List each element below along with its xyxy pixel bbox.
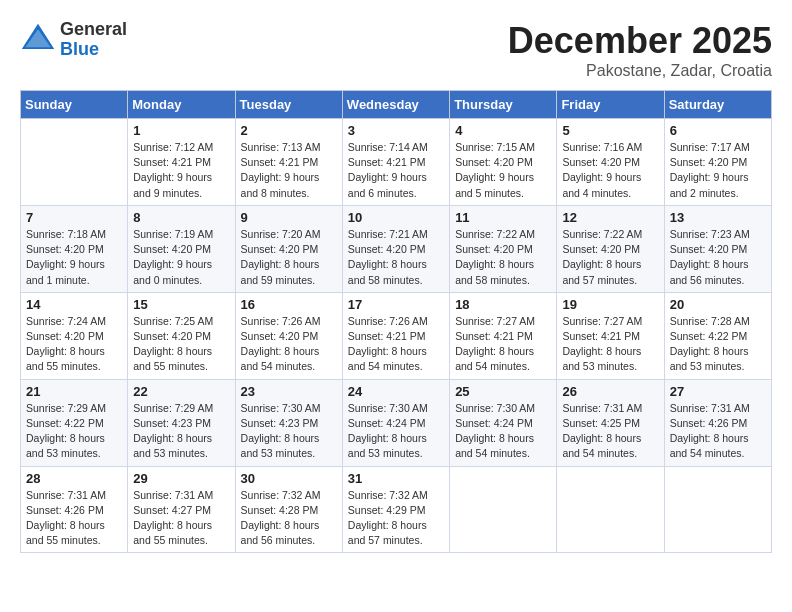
calendar-cell: 20Sunrise: 7:28 AMSunset: 4:22 PMDayligh… — [664, 292, 771, 379]
day-info: Sunrise: 7:32 AMSunset: 4:28 PMDaylight:… — [241, 488, 337, 549]
day-info: Sunrise: 7:19 AMSunset: 4:20 PMDaylight:… — [133, 227, 229, 288]
day-number: 16 — [241, 297, 337, 312]
calendar-cell: 17Sunrise: 7:26 AMSunset: 4:21 PMDayligh… — [342, 292, 449, 379]
calendar-cell: 3Sunrise: 7:14 AMSunset: 4:21 PMDaylight… — [342, 119, 449, 206]
calendar-cell: 8Sunrise: 7:19 AMSunset: 4:20 PMDaylight… — [128, 205, 235, 292]
calendar-table: SundayMondayTuesdayWednesdayThursdayFrid… — [20, 90, 772, 553]
day-info: Sunrise: 7:22 AMSunset: 4:20 PMDaylight:… — [562, 227, 658, 288]
calendar-cell: 9Sunrise: 7:20 AMSunset: 4:20 PMDaylight… — [235, 205, 342, 292]
calendar-cell: 6Sunrise: 7:17 AMSunset: 4:20 PMDaylight… — [664, 119, 771, 206]
day-info: Sunrise: 7:14 AMSunset: 4:21 PMDaylight:… — [348, 140, 444, 201]
day-info: Sunrise: 7:26 AMSunset: 4:21 PMDaylight:… — [348, 314, 444, 375]
calendar-cell — [21, 119, 128, 206]
day-info: Sunrise: 7:29 AMSunset: 4:23 PMDaylight:… — [133, 401, 229, 462]
day-number: 4 — [455, 123, 551, 138]
day-info: Sunrise: 7:27 AMSunset: 4:21 PMDaylight:… — [562, 314, 658, 375]
day-number: 26 — [562, 384, 658, 399]
calendar-cell: 5Sunrise: 7:16 AMSunset: 4:20 PMDaylight… — [557, 119, 664, 206]
day-info: Sunrise: 7:31 AMSunset: 4:26 PMDaylight:… — [26, 488, 122, 549]
calendar-body: 1Sunrise: 7:12 AMSunset: 4:21 PMDaylight… — [21, 119, 772, 553]
day-info: Sunrise: 7:30 AMSunset: 4:24 PMDaylight:… — [348, 401, 444, 462]
day-number: 31 — [348, 471, 444, 486]
day-info: Sunrise: 7:29 AMSunset: 4:22 PMDaylight:… — [26, 401, 122, 462]
header-day-sunday: Sunday — [21, 91, 128, 119]
calendar-cell: 26Sunrise: 7:31 AMSunset: 4:25 PMDayligh… — [557, 379, 664, 466]
calendar-cell: 14Sunrise: 7:24 AMSunset: 4:20 PMDayligh… — [21, 292, 128, 379]
calendar-cell: 29Sunrise: 7:31 AMSunset: 4:27 PMDayligh… — [128, 466, 235, 553]
header-day-saturday: Saturday — [664, 91, 771, 119]
calendar-header-row: SundayMondayTuesdayWednesdayThursdayFrid… — [21, 91, 772, 119]
day-number: 29 — [133, 471, 229, 486]
day-info: Sunrise: 7:31 AMSunset: 4:26 PMDaylight:… — [670, 401, 766, 462]
day-info: Sunrise: 7:27 AMSunset: 4:21 PMDaylight:… — [455, 314, 551, 375]
day-info: Sunrise: 7:31 AMSunset: 4:25 PMDaylight:… — [562, 401, 658, 462]
day-info: Sunrise: 7:20 AMSunset: 4:20 PMDaylight:… — [241, 227, 337, 288]
day-info: Sunrise: 7:28 AMSunset: 4:22 PMDaylight:… — [670, 314, 766, 375]
calendar-cell: 19Sunrise: 7:27 AMSunset: 4:21 PMDayligh… — [557, 292, 664, 379]
day-number: 30 — [241, 471, 337, 486]
day-number: 10 — [348, 210, 444, 225]
calendar-week-5: 28Sunrise: 7:31 AMSunset: 4:26 PMDayligh… — [21, 466, 772, 553]
day-info: Sunrise: 7:32 AMSunset: 4:29 PMDaylight:… — [348, 488, 444, 549]
page-header: General Blue December 2025 Pakostane, Za… — [20, 20, 772, 80]
day-number: 18 — [455, 297, 551, 312]
month-year: December 2025 — [508, 20, 772, 62]
day-info: Sunrise: 7:17 AMSunset: 4:20 PMDaylight:… — [670, 140, 766, 201]
logo-text: General Blue — [60, 20, 127, 60]
day-info: Sunrise: 7:12 AMSunset: 4:21 PMDaylight:… — [133, 140, 229, 201]
calendar-cell: 7Sunrise: 7:18 AMSunset: 4:20 PMDaylight… — [21, 205, 128, 292]
day-info: Sunrise: 7:30 AMSunset: 4:24 PMDaylight:… — [455, 401, 551, 462]
calendar-cell: 11Sunrise: 7:22 AMSunset: 4:20 PMDayligh… — [450, 205, 557, 292]
calendar-cell: 30Sunrise: 7:32 AMSunset: 4:28 PMDayligh… — [235, 466, 342, 553]
calendar-header: SundayMondayTuesdayWednesdayThursdayFrid… — [21, 91, 772, 119]
calendar-cell: 27Sunrise: 7:31 AMSunset: 4:26 PMDayligh… — [664, 379, 771, 466]
day-info: Sunrise: 7:22 AMSunset: 4:20 PMDaylight:… — [455, 227, 551, 288]
day-number: 12 — [562, 210, 658, 225]
calendar-cell: 31Sunrise: 7:32 AMSunset: 4:29 PMDayligh… — [342, 466, 449, 553]
logo-icon — [20, 22, 56, 58]
calendar-cell: 15Sunrise: 7:25 AMSunset: 4:20 PMDayligh… — [128, 292, 235, 379]
day-number: 5 — [562, 123, 658, 138]
day-info: Sunrise: 7:13 AMSunset: 4:21 PMDaylight:… — [241, 140, 337, 201]
day-info: Sunrise: 7:30 AMSunset: 4:23 PMDaylight:… — [241, 401, 337, 462]
day-number: 23 — [241, 384, 337, 399]
day-info: Sunrise: 7:21 AMSunset: 4:20 PMDaylight:… — [348, 227, 444, 288]
day-number: 11 — [455, 210, 551, 225]
day-info: Sunrise: 7:18 AMSunset: 4:20 PMDaylight:… — [26, 227, 122, 288]
logo: General Blue — [20, 20, 127, 60]
day-number: 7 — [26, 210, 122, 225]
day-number: 28 — [26, 471, 122, 486]
calendar-cell: 10Sunrise: 7:21 AMSunset: 4:20 PMDayligh… — [342, 205, 449, 292]
calendar-week-3: 14Sunrise: 7:24 AMSunset: 4:20 PMDayligh… — [21, 292, 772, 379]
day-number: 8 — [133, 210, 229, 225]
day-number: 3 — [348, 123, 444, 138]
day-number: 1 — [133, 123, 229, 138]
day-number: 17 — [348, 297, 444, 312]
header-day-tuesday: Tuesday — [235, 91, 342, 119]
calendar-cell — [664, 466, 771, 553]
calendar-cell: 13Sunrise: 7:23 AMSunset: 4:20 PMDayligh… — [664, 205, 771, 292]
day-number: 25 — [455, 384, 551, 399]
day-number: 22 — [133, 384, 229, 399]
location: Pakostane, Zadar, Croatia — [508, 62, 772, 80]
calendar-cell — [450, 466, 557, 553]
calendar-cell: 16Sunrise: 7:26 AMSunset: 4:20 PMDayligh… — [235, 292, 342, 379]
calendar-cell — [557, 466, 664, 553]
calendar-cell: 28Sunrise: 7:31 AMSunset: 4:26 PMDayligh… — [21, 466, 128, 553]
calendar-week-4: 21Sunrise: 7:29 AMSunset: 4:22 PMDayligh… — [21, 379, 772, 466]
day-number: 21 — [26, 384, 122, 399]
calendar-cell: 12Sunrise: 7:22 AMSunset: 4:20 PMDayligh… — [557, 205, 664, 292]
header-day-thursday: Thursday — [450, 91, 557, 119]
day-number: 15 — [133, 297, 229, 312]
calendar-week-1: 1Sunrise: 7:12 AMSunset: 4:21 PMDaylight… — [21, 119, 772, 206]
header-day-monday: Monday — [128, 91, 235, 119]
calendar-cell: 21Sunrise: 7:29 AMSunset: 4:22 PMDayligh… — [21, 379, 128, 466]
day-info: Sunrise: 7:23 AMSunset: 4:20 PMDaylight:… — [670, 227, 766, 288]
day-number: 20 — [670, 297, 766, 312]
calendar-cell: 2Sunrise: 7:13 AMSunset: 4:21 PMDaylight… — [235, 119, 342, 206]
day-number: 2 — [241, 123, 337, 138]
day-number: 13 — [670, 210, 766, 225]
day-number: 9 — [241, 210, 337, 225]
day-info: Sunrise: 7:26 AMSunset: 4:20 PMDaylight:… — [241, 314, 337, 375]
header-day-friday: Friday — [557, 91, 664, 119]
